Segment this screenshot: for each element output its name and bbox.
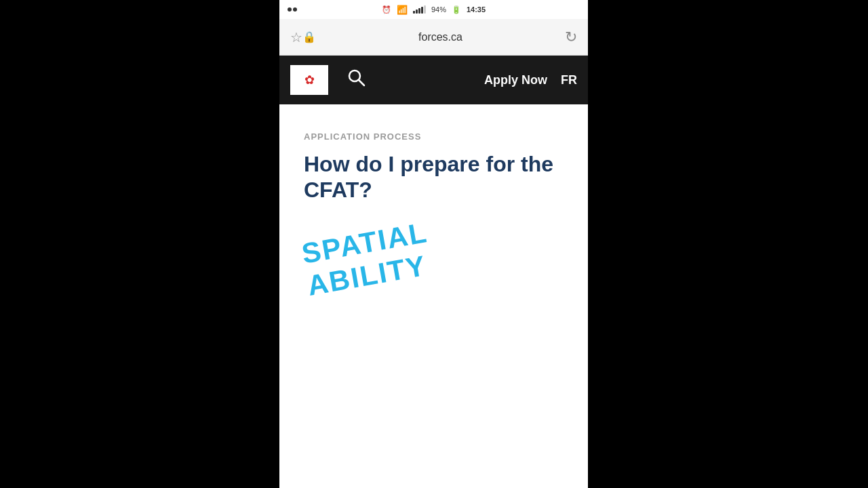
apply-now-link[interactable]: Apply Now	[484, 73, 547, 87]
section-label: APPLICATION PROCESS	[304, 131, 564, 142]
search-icon[interactable]	[347, 68, 366, 92]
flag-right-stripe	[319, 65, 328, 95]
wifi-icon: 📶	[397, 5, 408, 15]
right-black-panel	[588, 0, 868, 488]
battery-percent: 94%	[431, 5, 446, 14]
canada-flag-logo[interactable]: ✿	[290, 65, 328, 95]
fr-language-link[interactable]: FR	[561, 73, 577, 87]
flag-left-stripe	[290, 65, 300, 95]
spatial-ability-text: SPATIAL ABILITY	[299, 194, 559, 302]
bookmark-icon[interactable]: ☆	[290, 29, 302, 45]
clock-time: 14:35	[467, 5, 486, 14]
reload-icon[interactable]: ↻	[565, 28, 577, 46]
browser-address-bar: ☆ 🔒 forces.ca ↻	[279, 19, 588, 56]
svg-line-1	[359, 80, 364, 85]
url-display[interactable]: forces.ca	[316, 31, 565, 43]
signal-bars	[413, 5, 426, 14]
voicemail-icon	[288, 7, 297, 12]
nav-links: Apply Now FR	[484, 73, 577, 87]
status-bar: ⏰ 📶 94% 🔋 14:35	[279, 0, 588, 19]
status-bar-left	[288, 7, 297, 12]
main-content: APPLICATION PROCESS How do I prepare for…	[279, 104, 588, 488]
lock-icon: 🔒	[302, 30, 316, 43]
page-heading: How do I prepare for the CFAT?	[304, 151, 564, 203]
spatial-ability-container: SPATIAL ABILITY	[304, 237, 564, 302]
alarm-icon: ⏰	[382, 5, 391, 14]
left-black-panel	[0, 0, 279, 488]
flag-center: ✿	[300, 65, 319, 95]
status-bar-center: ⏰ 📶 94% 🔋 14:35	[382, 5, 486, 15]
battery-icon: 🔋	[452, 5, 461, 14]
maple-leaf-icon: ✿	[304, 74, 315, 86]
site-navbar: ✿ Apply Now FR	[279, 56, 588, 104]
phone-screen: ⏰ 📶 94% 🔋 14:35 ☆ 🔒 forces.ca ↻ ✿	[279, 0, 588, 488]
